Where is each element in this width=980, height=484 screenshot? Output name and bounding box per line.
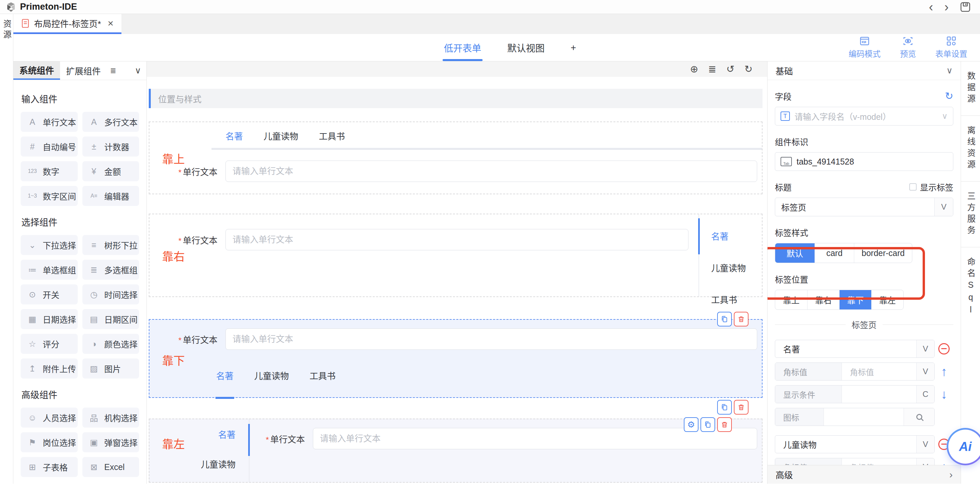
section-header-position-style[interactable]: 位置与样式 <box>149 89 762 108</box>
icon-input[interactable] <box>824 408 904 426</box>
tab-lowcode-form[interactable]: 低开表单 <box>444 34 481 61</box>
chevron-down-icon[interactable]: ∨ <box>946 65 953 76</box>
move-up-button[interactable]: ↑ <box>941 365 947 378</box>
save-icon[interactable] <box>960 2 970 12</box>
nav-back-icon[interactable]: ‹ <box>929 1 933 13</box>
tabs-container-right[interactable]: 靠右 *单行文本 名著儿童读物工具书 <box>149 214 762 297</box>
component-card-number-range[interactable]: 1~3数字区间 <box>21 186 78 206</box>
resource-strip[interactable]: 资源 <box>0 14 13 484</box>
canvas-tabs-left-tab[interactable]: 名著 <box>150 428 235 440</box>
single-line-text-input[interactable] <box>226 161 757 182</box>
condition-input[interactable] <box>842 385 916 403</box>
move-down-button[interactable]: ↓ <box>941 388 947 401</box>
copy-button[interactable] <box>717 400 732 415</box>
component-card-switch[interactable]: ⊙开关 <box>21 284 78 304</box>
globe-icon[interactable]: ⊕ <box>690 64 698 74</box>
component-card-amount[interactable]: ¥金额 <box>83 161 139 181</box>
right-strip-item[interactable]: 三方服务 <box>961 182 980 248</box>
tab-style-border-card[interactable]: border-card <box>854 243 912 263</box>
tab-position-bottom[interactable]: 靠下 <box>839 290 871 310</box>
remove-tab-button[interactable] <box>938 343 950 355</box>
tab-style-default[interactable]: 默认 <box>775 243 815 263</box>
tabs-container-top[interactable]: 靠上 名著儿童读物工具书 *单行文本 <box>149 121 762 194</box>
single-line-text-input[interactable] <box>226 229 689 250</box>
tab-name-input[interactable]: 名著 <box>775 340 916 358</box>
canvas-tabs-right-tab[interactable]: 儿童读物 <box>711 261 762 274</box>
component-card-excel[interactable]: ⊠Excel <box>83 457 139 477</box>
component-card-image[interactable]: ▨图片 <box>83 358 139 379</box>
single-line-text-input[interactable] <box>226 329 757 350</box>
ai-assistant-button[interactable]: Ai <box>947 428 980 465</box>
show-label-option[interactable]: 显示标签 <box>909 181 953 193</box>
preview-button[interactable]: 预览 <box>900 36 916 59</box>
component-card-auto-number[interactable]: #自动编号 <box>21 137 78 157</box>
component-card-counter[interactable]: ±计数器 <box>83 137 139 157</box>
component-card-color-picker[interactable]: ◑颜色选择 <box>83 334 139 354</box>
field-name-select[interactable]: T 请输入字段名（v-model） ∨ <box>775 107 953 126</box>
component-card-editor[interactable]: A≡编辑器 <box>83 186 139 206</box>
document-tab[interactable]: 布局控件-标签页* × <box>13 14 121 34</box>
undo-icon[interactable]: ↺ <box>726 64 734 74</box>
copy-button[interactable] <box>717 312 732 326</box>
delete-button[interactable] <box>734 312 749 326</box>
component-card-multi-line-text[interactable]: A多行文本 <box>83 112 139 132</box>
tab-name-row-field[interactable]: 名著V <box>775 340 935 358</box>
panel-collapse-chevron-icon[interactable]: ∨ <box>135 61 141 80</box>
tab-name-row-field[interactable]: 儿童读物V <box>775 435 935 453</box>
canvas-tabs-top-tab[interactable]: 儿童读物 <box>264 129 298 142</box>
close-icon[interactable]: × <box>108 18 114 29</box>
component-card-tree-dropdown[interactable]: ≡树形下拉 <box>83 235 139 255</box>
right-strip-item[interactable]: 数据源 <box>961 61 980 116</box>
component-card-time-picker[interactable]: ◷时间选择 <box>83 284 139 304</box>
component-card-rating[interactable]: ☆评分 <box>21 334 78 354</box>
tabs-container-bottom-selected[interactable]: 靠下 *单行文本 名著儿童读物工具书 <box>149 319 762 398</box>
component-id-field[interactable]: Tab tabs_49141528 <box>775 152 953 171</box>
canvas-tabs-top-tab[interactable]: 工具书 <box>319 129 345 142</box>
tab-icon-row-field[interactable]: 图标 <box>775 408 935 426</box>
tab-position-top[interactable]: 靠上 <box>775 290 807 310</box>
badge-input[interactable]: 角标值 <box>842 363 916 380</box>
component-card-post-select[interactable]: ⚑岗位选择 <box>21 432 78 452</box>
canvas-tabs-bottom-tab[interactable]: 儿童读物 <box>254 369 289 382</box>
component-card-number[interactable]: 123数字 <box>21 161 78 181</box>
panel-menu-icon[interactable]: ≣ <box>110 61 116 80</box>
variable-toggle-button[interactable]: V <box>934 198 953 216</box>
component-card-checkbox-group[interactable]: ≣多选框组 <box>83 260 139 280</box>
variable-toggle-button[interactable]: V <box>916 340 934 358</box>
tab-system-components[interactable]: 系统组件 <box>13 61 60 80</box>
tab-default-view[interactable]: 默认视图 <box>508 34 545 61</box>
component-card-person-select[interactable]: ☺人员选择 <box>21 407 78 428</box>
canvas-tabs-right-tab[interactable]: 工具书 <box>711 293 762 305</box>
settings-gear-button[interactable]: ⚙ <box>684 417 698 432</box>
form-settings-button[interactable]: 表单设置 <box>935 36 967 59</box>
component-card-single-line-text[interactable]: A单行文本 <box>21 112 78 132</box>
canvas-tabs-right-tab[interactable]: 名著 <box>711 230 762 242</box>
canvas-tabs-bottom-tab[interactable]: 工具书 <box>310 369 336 382</box>
properties-header[interactable]: 基础 ∨ <box>767 61 961 80</box>
component-card-dialog-select[interactable]: ▣弹窗选择 <box>83 432 139 452</box>
delete-button[interactable] <box>734 400 749 415</box>
nav-forward-icon[interactable]: › <box>944 1 949 13</box>
component-card-dropdown-select[interactable]: ⌄下拉选择 <box>21 235 78 255</box>
variable-toggle-button[interactable]: V <box>916 436 934 453</box>
tabs-container-left[interactable]: ⚙ 靠左 名著儿童读物工具书 *单行文本 <box>149 419 762 482</box>
tab-name-input[interactable]: 儿童读物 <box>775 436 916 453</box>
code-mode-button[interactable]: 编码模式 <box>849 36 881 59</box>
canvas-tabs-left-tab[interactable]: 儿童读物 <box>150 458 235 470</box>
component-card-file-upload[interactable]: ↥附件上传 <box>21 358 78 379</box>
tab-position-right[interactable]: 靠右 <box>807 290 839 310</box>
canvas-tabs-top-tab[interactable]: 名著 <box>226 129 243 142</box>
variable-toggle-button[interactable]: V <box>916 363 934 380</box>
tab-extended-components[interactable]: 扩展组件 <box>60 61 107 80</box>
tab-condition-row-field[interactable]: 显示条件C <box>775 385 935 403</box>
show-label-checkbox[interactable] <box>909 183 916 191</box>
tab-position-left[interactable]: 靠左 <box>871 290 903 310</box>
condition-toggle-button[interactable]: C <box>916 385 934 403</box>
right-strip-item[interactable]: 离线资源 <box>961 116 980 182</box>
advanced-section-bar[interactable]: 高级 › <box>767 465 961 484</box>
outline-tree-icon[interactable]: ≣ <box>708 64 716 74</box>
title-input[interactable] <box>775 198 934 216</box>
component-card-date-picker[interactable]: ▦日期选择 <box>21 309 78 329</box>
copy-button[interactable] <box>700 417 715 432</box>
delete-button[interactable] <box>717 417 732 432</box>
